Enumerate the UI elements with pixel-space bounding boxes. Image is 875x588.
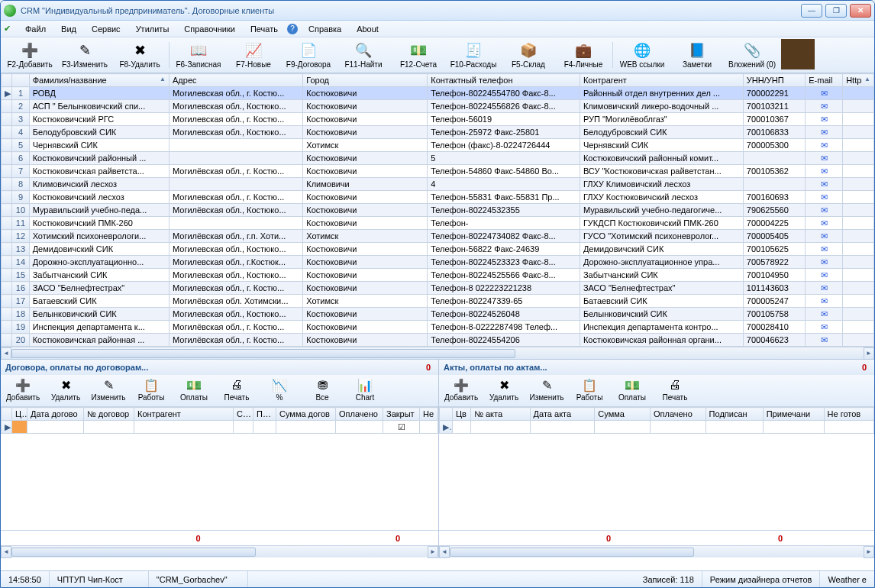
grid-row[interactable]: 10Муравильский учебно-педа...Могилёвская… [2, 204, 874, 217]
panel-col[interactable] [2, 408, 12, 421]
panel-btn-Оплаты[interactable]: 💵Оплаты [173, 376, 215, 405]
panel-col[interactable]: Дата догово [27, 408, 84, 421]
toolbar-вложений (0)[interactable]: 📎Вложений (0) [725, 39, 780, 71]
col-header[interactable] [12, 74, 29, 87]
color-cell[interactable] [12, 421, 27, 434]
grid-row[interactable]: 18Белынковичский СИКМогилевская обл., Ко… [2, 308, 874, 321]
panel-btn-Оплаты[interactable]: 💵Оплаты [611, 376, 654, 405]
panel-btn-Все[interactable]: ⛃Все [301, 376, 344, 405]
toolbar-f11-найти[interactable]: 🔍F11-Найти [336, 39, 391, 71]
grid-row[interactable]: 7Костюковичская райветста...Могилёвская … [2, 165, 874, 178]
email-icon[interactable]: ✉ [806, 100, 843, 113]
grid-row[interactable]: ▶1РОВДМогилевская обл., г. Костю...Костю… [2, 87, 874, 100]
closed-checkbox[interactable]: ☑ [383, 421, 420, 434]
email-icon[interactable]: ✉ [806, 334, 843, 347]
panel-btn-Удалить[interactable]: ✖Удалить [44, 376, 87, 405]
grid-row[interactable]: 9Костюковичский лесхозМогилевская обл., … [2, 191, 874, 204]
grid-row[interactable]: 15Забытчанский СИКМогилевская обл., Кост… [2, 269, 874, 282]
panel-btn-%[interactable]: 📉% [258, 376, 301, 405]
panel-btn-Изменить[interactable]: ✎Изменить [525, 376, 568, 405]
panel-col[interactable] [440, 408, 453, 421]
grid-row[interactable]: 8Климовичский лесхозКлимовичи4ГЛХУ Климо… [2, 178, 874, 191]
panel-col[interactable]: Не готов [824, 408, 873, 421]
email-icon[interactable]: ✉ [806, 139, 843, 152]
grid-row[interactable]: 5Чернявский СИКХотимскТелефон (факс)-8-0… [2, 139, 874, 152]
col-header[interactable]: Адрес [170, 74, 303, 87]
email-icon[interactable]: ✉ [806, 87, 843, 100]
contracts-grid[interactable]: ЦвДата догово№ договорКонтрагентС...По..… [1, 407, 438, 530]
panel-btn-Удалить[interactable]: ✖Удалить [483, 376, 525, 405]
toolbar-f5-склад[interactable]: 📦F5-Склад [501, 39, 556, 71]
col-header[interactable]: Фамилия/название▲ [29, 74, 169, 87]
toolbar-f2-добавить[interactable]: ➕F2-Добавить [2, 39, 57, 71]
grid-row[interactable]: 12Хотимский психоневрологи...Могилёвская… [2, 230, 874, 243]
col-header[interactable]: Город [303, 74, 428, 87]
grid-row[interactable]: 11Костюковичский ПМК-260КостюковичиТелеф… [2, 217, 874, 230]
toolbar-f10-расходы[interactable]: 🧾F10-Расходы [446, 39, 501, 71]
email-icon[interactable]: ✉ [806, 217, 843, 230]
grid-row[interactable]: 17Батаевский СИКМогилёвская обл. Хотимск… [2, 295, 874, 308]
panel-col[interactable]: Примечани [763, 408, 824, 421]
save-icon[interactable]: ✔ [4, 24, 15, 34]
panel-btn-Работы[interactable]: 📋Работы [130, 376, 173, 405]
email-icon[interactable]: ✉ [806, 113, 843, 126]
col-header[interactable]: Контактный телефон [428, 74, 580, 87]
panel-btn-Изменить[interactable]: ✎Изменить [87, 376, 130, 405]
panel-btn-Добавить[interactable]: ➕Добавить [2, 376, 44, 405]
email-icon[interactable]: ✉ [806, 308, 843, 321]
close-button[interactable]: ✕ [850, 4, 871, 18]
panel-col[interactable]: Сумма догов [276, 408, 336, 421]
toolbar-f8-удалить[interactable]: ✖F8-Удалить [112, 39, 167, 71]
grid-hscroll[interactable]: ◄ ► [1, 347, 874, 359]
toolbar-f4-личные[interactable]: 💼F4-Личные [556, 39, 611, 71]
panel-btn-Chart[interactable]: 📊Chart [344, 376, 386, 405]
menu-about[interactable]: About [350, 23, 385, 35]
grid-row[interactable]: 14Дорожно-эксплуатационно...Могилевская … [2, 256, 874, 269]
panel-col[interactable]: Оплачено [336, 408, 383, 421]
menu-view[interactable]: Вид [55, 23, 82, 35]
toolbar-web ссылки[interactable]: 🌐WEB ссылки [615, 39, 670, 71]
panel-col[interactable]: Оплачено [650, 408, 705, 421]
panel-col[interactable]: № договор [84, 408, 134, 421]
toolbar-f7-новые[interactable]: 📈F7-Новые [226, 39, 281, 71]
email-icon[interactable]: ✉ [806, 191, 843, 204]
panel-btn-Печать[interactable]: 🖨Печать [215, 376, 258, 405]
acts-grid[interactable]: Цв№ актаДата актаСуммаОплаченоПодписанПр… [439, 407, 874, 530]
email-icon[interactable]: ✉ [806, 178, 843, 191]
menu-help[interactable]: Справка [302, 23, 347, 35]
toolbar-заметки[interactable]: 📘Заметки [670, 39, 725, 71]
grid-row[interactable]: 19Инспекция департамента к...Могилёвская… [2, 321, 874, 334]
scroll-right-icon[interactable]: ► [864, 347, 874, 360]
email-icon[interactable]: ✉ [806, 256, 843, 269]
menu-file[interactable]: Файл [19, 23, 52, 35]
panel-col[interactable]: Сумма [595, 408, 651, 421]
menu-print[interactable]: Печать [244, 23, 284, 35]
email-icon[interactable]: ✉ [806, 295, 843, 308]
email-icon[interactable]: ✉ [806, 165, 843, 178]
maximize-button[interactable]: ❐ [825, 4, 847, 18]
email-icon[interactable]: ✉ [806, 230, 843, 243]
panel-col[interactable]: С... [234, 408, 253, 421]
email-icon[interactable]: ✉ [806, 152, 843, 165]
col-header[interactable] [2, 74, 12, 87]
panel-col[interactable]: № акта [471, 408, 530, 421]
col-header[interactable]: Контрагент [580, 74, 743, 87]
grid-row[interactable]: 13Демидовичский СИКМогилевская обл., Кос… [2, 243, 874, 256]
scroll-left-icon[interactable]: ◄ [1, 347, 11, 360]
email-icon[interactable]: ✉ [806, 282, 843, 295]
grid-row[interactable]: 2АСП " Белынковичский спи...Могилевская … [2, 100, 874, 113]
panel-col[interactable]: Подписан [705, 408, 763, 421]
acts-hscroll[interactable]: ◄► [439, 545, 874, 557]
email-icon[interactable]: ✉ [806, 126, 843, 139]
email-icon[interactable]: ✉ [806, 204, 843, 217]
contracts-hscroll[interactable]: ◄► [1, 545, 438, 557]
col-header[interactable]: Http▲ [843, 74, 874, 87]
menu-refs[interactable]: Справочники [178, 23, 241, 35]
clients-grid[interactable]: Фамилия/название▲АдресГородКонтактный те… [1, 73, 874, 347]
menu-service[interactable]: Сервис [86, 23, 127, 35]
email-icon[interactable]: ✉ [806, 269, 843, 282]
minimize-button[interactable]: — [801, 4, 822, 18]
grid-row[interactable]: 20Костюковичская районная ...Могилёвская… [2, 334, 874, 347]
toolbar-f3-изменить[interactable]: ✎F3-Изменить [57, 39, 112, 71]
email-icon[interactable]: ✉ [806, 321, 843, 334]
